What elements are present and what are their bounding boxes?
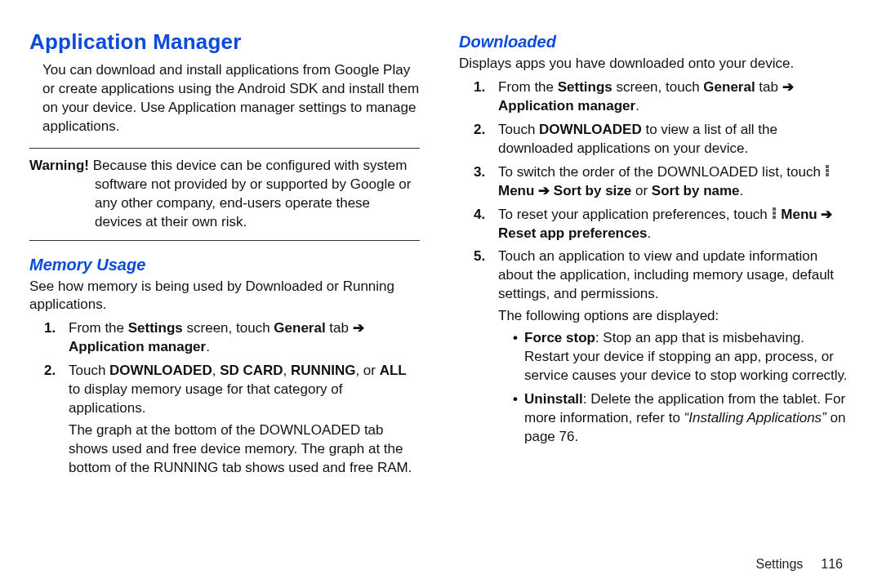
downloaded-intro: Displays apps you have downloaded onto y… (459, 55, 849, 74)
memory-intro: See how memory is being used by Download… (29, 278, 420, 315)
memory-step-2-note: The graph at the bottom of the DOWNLOADE… (69, 421, 420, 478)
option-bullets: Force stop: Stop an app that is misbehav… (498, 329, 849, 447)
text: or (631, 183, 652, 198)
warning-block: Warning! Because this device can be conf… (29, 148, 420, 241)
text-bold: DOWNLOADED (539, 122, 642, 137)
memory-steps: From the Settings screen, touch General … (29, 319, 420, 478)
text-bold: Application manager (498, 98, 635, 114)
downloaded-step-3: To switch the order of the DOWNLOADED li… (474, 163, 849, 201)
text: . (206, 339, 210, 354)
text-bold: DOWNLOADED (109, 363, 212, 378)
right-column: Downloaded Displays apps you have downlo… (459, 26, 849, 565)
downloaded-step-1: From the Settings screen, touch General … (474, 78, 849, 116)
text: . (740, 183, 744, 198)
text: tab (326, 320, 353, 336)
text-bold: Application manager (69, 339, 206, 354)
downloaded-step-4: To reset your application preferences, t… (474, 206, 849, 243)
downloaded-steps: From the Settings screen, touch General … (459, 78, 849, 447)
heading-downloaded: Downloaded (459, 33, 849, 51)
page: Application Manager You can download and… (0, 0, 882, 588)
menu-icon (826, 164, 829, 178)
text-bold: Menu (781, 207, 817, 222)
text: Touch (498, 122, 539, 137)
text-bold: Sort by size (554, 183, 631, 198)
memory-step-1: From the Settings screen, touch General … (44, 319, 420, 357)
text: To reset your application preferences, t… (498, 207, 772, 222)
text-bold: ALL (380, 363, 407, 378)
text-bold: Reset app preferences (498, 225, 647, 241)
arrow-icon: ➔ (353, 320, 364, 336)
warning-label: Warning! (29, 158, 89, 173)
warning-body: Because this device can be configured wi… (89, 158, 411, 229)
text-bold: Uninstall (524, 391, 583, 407)
text-bold: General (703, 79, 755, 95)
text: screen, touch (183, 320, 274, 336)
text: screen, touch (612, 79, 704, 95)
text: , or (355, 363, 379, 378)
downloaded-step-2: Touch DOWNLOADED to view a list of all t… (474, 121, 849, 158)
text: tab (755, 79, 782, 95)
warning-text: Warning! Because this device can be conf… (29, 157, 420, 232)
text-bold: Sort by name (652, 183, 740, 198)
text: Touch an application to view and update … (498, 248, 834, 301)
text-bold: Settings (558, 79, 612, 95)
memory-step-2: Touch DOWNLOADED, SD CARD, RUNNING, or A… (44, 362, 420, 478)
text: Touch (69, 363, 109, 378)
text-bold: General (274, 320, 325, 336)
arrow-icon: ➔ (782, 79, 794, 95)
text-bold: RUNNING (291, 363, 355, 378)
page-footer: Settings116 (755, 557, 843, 572)
text: to display memory usage for that categor… (69, 381, 342, 416)
footer-section: Settings (755, 557, 803, 571)
text: From the (498, 79, 558, 95)
arrow-icon: ➔ (538, 183, 550, 198)
intro-paragraph: You can download and install application… (42, 61, 420, 136)
option-uninstall: Uninstall: Delete the application from t… (513, 390, 849, 447)
text-italic: “Installing Applications” (684, 410, 826, 425)
heading-application-manager: Application Manager (29, 29, 420, 55)
text: From the (69, 320, 128, 336)
heading-memory-usage: Memory Usage (29, 256, 420, 274)
menu-icon (773, 206, 776, 220)
downloaded-step-5-follow: The following options are displayed: (498, 307, 849, 326)
two-column-layout: Application Manager You can download and… (29, 26, 849, 565)
text: , (212, 363, 220, 378)
option-force-stop: Force stop: Stop an app that is misbehav… (513, 329, 849, 385)
text-bold: Force stop (524, 330, 595, 345)
text: , (283, 363, 291, 378)
text: To switch the order of the DOWNLOADED li… (498, 164, 825, 180)
text-bold: Settings (128, 320, 183, 336)
text-bold: Menu (498, 183, 534, 198)
text: . (635, 98, 639, 114)
text: . (647, 225, 651, 241)
arrow-icon: ➔ (821, 207, 832, 222)
downloaded-step-5: Touch an application to view and update … (474, 247, 849, 446)
footer-page-number: 116 (821, 557, 843, 571)
left-column: Application Manager You can download and… (29, 26, 420, 565)
text-bold: SD CARD (220, 363, 283, 378)
